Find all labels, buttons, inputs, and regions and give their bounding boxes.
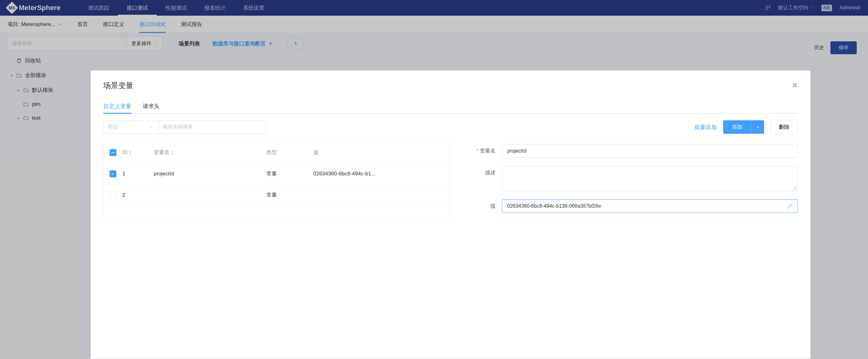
desc-label: 描述	[461, 166, 502, 176]
modal-tab-custom-vars[interactable]: 自定义变量	[103, 99, 131, 113]
add-button-group: 添加	[723, 120, 764, 134]
form-row-name: *变量名 projectId	[461, 144, 798, 158]
sort-icon: ▲▼	[129, 150, 132, 155]
modal-tabs: 自定义变量 请求头	[103, 99, 798, 114]
table-header: ID ▲▼ 变量名 ▲▼ 类型 值	[103, 142, 450, 163]
delete-button[interactable]: 删除	[770, 120, 798, 134]
value-label: 值	[461, 199, 502, 210]
table-row[interactable]: 2 常量	[103, 185, 450, 206]
name-search-input[interactable]: 根据名称搜索	[158, 120, 266, 134]
col-header-name[interactable]: 变量名 ▲▼	[154, 149, 266, 156]
modal-body: ID ▲▼ 变量名 ▲▼ 类型 值 ✓ 1 projectId 常量	[103, 142, 798, 221]
var-name-label: *变量名	[461, 144, 502, 155]
close-icon[interactable]: ✕	[792, 81, 798, 90]
value-input[interactable]: 02634360-6bc8-494c-b138-068a387bf26e	[502, 199, 798, 213]
add-button-dropdown[interactable]	[751, 120, 764, 134]
variable-table: ID ▲▼ 变量名 ▲▼ 类型 值 ✓ 1 projectId 常量	[103, 142, 450, 221]
edit-icon[interactable]	[787, 203, 793, 209]
row-checkbox[interactable]	[110, 192, 116, 199]
add-button[interactable]: 添加	[723, 120, 751, 134]
table-row[interactable]: ✓ 1 projectId 常量 02634360-6bc8-494c-b1..…	[103, 163, 450, 185]
form-row-desc: 描述	[461, 166, 798, 191]
select-all-checkbox[interactable]	[110, 149, 116, 156]
desc-textarea[interactable]	[502, 166, 798, 191]
scenario-variable-modal: 场景变量 ✕ 自定义变量 请求头 类型 根据名称搜索 批量添加 添加 删除	[91, 71, 810, 359]
row-checkbox[interactable]: ✓	[110, 170, 116, 177]
col-header-value: 值	[313, 149, 450, 156]
form-row-value: 值 02634360-6bc8-494c-b138-068a387bf26e	[461, 199, 798, 213]
chevron-down-icon	[756, 125, 760, 129]
batch-add-link[interactable]: 批量添加	[694, 123, 717, 131]
chevron-down-icon	[149, 125, 154, 129]
modal-header: 场景变量 ✕	[103, 81, 798, 90]
modal-title: 场景变量	[103, 81, 133, 90]
variable-form: *变量名 projectId 描述 值 02634360-6bc8-494c-b…	[461, 142, 798, 221]
modal-tab-request-headers[interactable]: 请求头	[143, 99, 160, 113]
modal-toolbar: 类型 根据名称搜索 批量添加 添加 删除	[103, 120, 798, 134]
col-header-type: 类型	[266, 149, 313, 156]
type-filter-select[interactable]: 类型	[103, 120, 158, 134]
sort-icon: ▲▼	[171, 150, 174, 155]
col-header-id[interactable]: ID ▲▼	[122, 149, 154, 156]
modal-toolbar-right: 批量添加 添加 删除	[694, 120, 798, 134]
var-name-input[interactable]: projectId	[502, 144, 798, 158]
